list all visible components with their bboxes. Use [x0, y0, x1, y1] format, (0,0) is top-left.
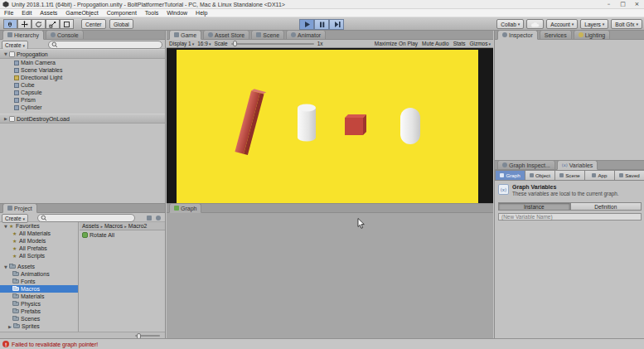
breadcrumb-macro2[interactable]: Macro2 [128, 223, 148, 229]
tab-scene[interactable]: Scene [251, 30, 284, 40]
folder-item-selected[interactable]: Macros [0, 285, 78, 293]
folder-item[interactable]: Prefabs [0, 308, 78, 315]
tab-services[interactable]: Services [540, 30, 572, 40]
hierarchy-item[interactable]: Scene Variables [0, 66, 165, 74]
menu-component[interactable]: Component [103, 10, 141, 16]
tab-graph[interactable]: Graph [169, 203, 201, 213]
foldout-open-icon[interactable]: ▼ [2, 51, 9, 56]
favorite-item[interactable]: ★All Materials [0, 230, 78, 237]
maximize-button[interactable]: □ [616, 0, 630, 8]
rect-icon [63, 21, 70, 28]
stats-toggle[interactable]: Stats [453, 41, 466, 46]
folder-item[interactable]: ▶Sprites [0, 322, 78, 330]
folder-item[interactable]: Scenes [0, 315, 78, 322]
dontdestroyonload-scene-header[interactable]: ▶ DontDestroyOnLoad [0, 114, 165, 124]
hierarchy-item[interactable]: Capsule [0, 89, 165, 96]
tab-inspector[interactable]: Inspector [497, 30, 538, 40]
scope-tab-saved[interactable]: Saved [615, 170, 644, 181]
minimize-button[interactable]: – [602, 0, 616, 8]
breadcrumb-macros[interactable]: Macros [104, 223, 123, 229]
tab-animator[interactable]: Animator [286, 30, 326, 40]
scope-tab-app[interactable]: App [585, 170, 615, 181]
favorite-item[interactable]: ★All Scripts [0, 252, 78, 259]
menu-edit[interactable]: Edit [17, 10, 36, 16]
mute-audio-toggle[interactable]: Mute Audio [422, 41, 449, 46]
gizmos-dropdown[interactable]: Gizmos ▾ [469, 41, 491, 46]
variable-mode-tabs: Instance Definition [498, 202, 642, 211]
status-bar[interactable]: ! Failed to revalidate graph pointer! [0, 338, 644, 349]
hidden-packages-icon[interactable] [147, 216, 152, 221]
close-button[interactable]: × [630, 0, 644, 8]
play-button[interactable] [299, 19, 314, 30]
hierarchy-item[interactable]: Main Camera [0, 59, 165, 66]
rect-tool-button[interactable] [60, 19, 74, 29]
asset-item[interactable]: Rotate All [80, 231, 165, 239]
layout-dropdown[interactable]: Bolt Gfx ▾ [611, 19, 642, 29]
scale-slider-knob[interactable] [233, 41, 237, 46]
scope-tab-object[interactable]: Object [525, 170, 555, 181]
favorite-item[interactable]: ★All Models [0, 237, 78, 245]
tab-game[interactable]: Game [169, 30, 201, 40]
mode-instance-button[interactable]: Instance [498, 202, 570, 211]
foldout-open-icon[interactable]: ▼ [2, 224, 9, 229]
mode-definition-button[interactable]: Definition [570, 202, 642, 211]
foldout-closed-icon[interactable]: ▶ [7, 324, 13, 329]
layers-dropdown[interactable]: Layers ▾ [580, 19, 608, 29]
hand-tool-button[interactable] [3, 19, 17, 29]
folder-item[interactable]: Fonts [0, 278, 78, 285]
rotate-tool-button[interactable] [31, 19, 46, 29]
tab-console[interactable]: Console [46, 30, 84, 40]
move-tool-button[interactable] [17, 19, 31, 29]
menu-window[interactable]: Window [162, 10, 191, 16]
hierarchy-item[interactable]: Cube [0, 81, 165, 89]
gameobject-icon [14, 68, 19, 73]
tab-asset-store[interactable]: Asset Store [203, 30, 249, 40]
lock-icon[interactable] [156, 216, 161, 221]
favorite-item[interactable]: ★All Prefabs [0, 245, 78, 252]
account-dropdown[interactable]: Account ▾ [546, 19, 578, 29]
scope-tab-scene[interactable]: Scene [555, 170, 585, 181]
step-button[interactable] [329, 19, 344, 30]
breadcrumb-assets[interactable]: Assets [82, 223, 99, 229]
aspect-dropdown[interactable]: 16:9 ▾ [197, 41, 211, 46]
folder-item[interactable]: Animations [0, 270, 78, 278]
graph-canvas[interactable] [167, 213, 493, 339]
tab-graph-inspector[interactable]: Graph Inspect... [497, 160, 555, 170]
hierarchy-search-input[interactable] [48, 41, 162, 49]
tab-lighting[interactable]: Lighting [574, 30, 611, 40]
foldout-open-icon[interactable]: ▼ [2, 264, 9, 269]
hierarchy-item[interactable]: Directional Light [0, 74, 165, 81]
scale-slider[interactable] [231, 43, 314, 45]
hierarchy-item[interactable]: Prism [0, 96, 165, 104]
collab-dropdown[interactable]: Collab ▾ [496, 19, 524, 29]
game-viewport[interactable] [167, 48, 493, 203]
menu-assets[interactable]: Assets [36, 10, 61, 16]
new-variable-input[interactable]: (New Variable Name) [498, 213, 642, 221]
scene-header[interactable]: ▼ Propogation [0, 49, 165, 59]
folder-item[interactable]: Physics [0, 300, 78, 308]
assets-root[interactable]: ▼ Assets [0, 263, 78, 270]
hierarchy-item[interactable]: Cylinder [0, 104, 165, 111]
foldout-closed-icon[interactable]: ▶ [2, 116, 9, 121]
display-dropdown[interactable]: Display 1 ▾ [169, 41, 194, 46]
pause-button[interactable] [314, 19, 329, 30]
scope-tab-graph[interactable]: Graph [495, 170, 525, 181]
maximize-on-play-toggle[interactable]: Maximize On Play [375, 41, 418, 46]
project-search-input[interactable] [37, 214, 135, 222]
tab-variables[interactable]: (x) Variables [557, 160, 598, 170]
space-toggle-button[interactable]: Global [109, 19, 133, 29]
chevron-down-icon: ▾ [209, 41, 211, 46]
cloud-services-button[interactable] [526, 19, 544, 29]
folder-item[interactable]: Materials [0, 293, 78, 300]
tab-hierarchy[interactable]: Hierarchy [2, 30, 44, 40]
scale-tool-button[interactable] [46, 19, 60, 29]
menu-help[interactable]: Help [191, 10, 211, 16]
menu-gameobject[interactable]: GameObject [61, 10, 102, 16]
favorites-root[interactable]: ▼ ★ Favorites [0, 222, 78, 230]
variables-tab-icon: (x) [562, 162, 568, 167]
tab-project[interactable]: Project [2, 203, 37, 213]
pivot-toggle-button[interactable]: Center [81, 19, 106, 29]
menu-tools[interactable]: Tools [141, 10, 162, 16]
menu-file[interactable]: File [0, 10, 17, 16]
icon-size-slider[interactable] [135, 335, 160, 337]
